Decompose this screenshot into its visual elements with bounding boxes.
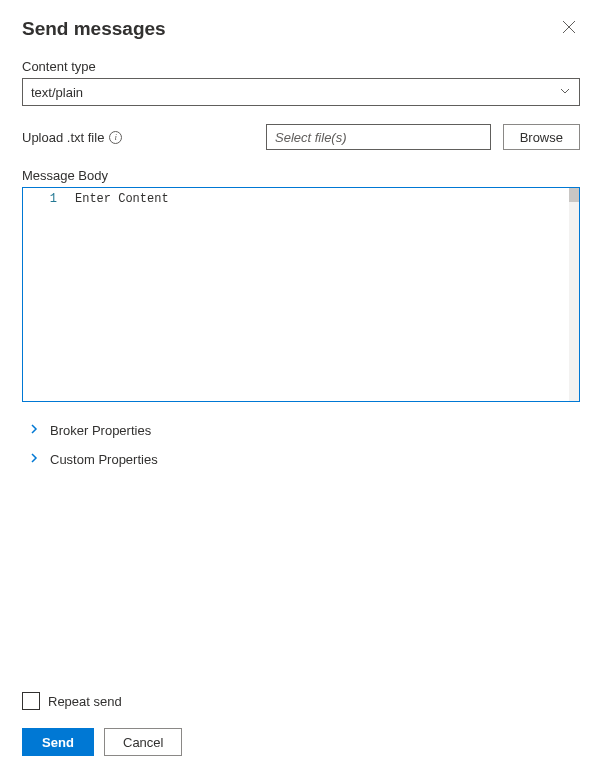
- close-icon[interactable]: [558, 16, 580, 41]
- broker-properties-label: Broker Properties: [50, 423, 151, 438]
- editor-scrollbar[interactable]: [569, 188, 579, 401]
- cancel-button[interactable]: Cancel: [104, 728, 182, 756]
- editor-gutter: 1: [23, 188, 75, 401]
- chevron-down-icon: [559, 85, 571, 100]
- file-select-input[interactable]: [266, 124, 491, 150]
- custom-properties-label: Custom Properties: [50, 452, 158, 467]
- message-body-editor[interactable]: 1 Enter Content: [22, 187, 580, 402]
- content-type-dropdown[interactable]: text/plain: [22, 78, 580, 106]
- broker-properties-expander[interactable]: Broker Properties: [22, 416, 580, 445]
- repeat-send-checkbox[interactable]: [22, 692, 40, 710]
- line-number: 1: [23, 192, 57, 206]
- content-type-value: text/plain: [31, 85, 83, 100]
- info-icon[interactable]: i: [109, 131, 122, 144]
- upload-label: Upload .txt file i: [22, 130, 254, 145]
- scrollbar-thumb[interactable]: [569, 188, 579, 202]
- chevron-right-icon: [28, 423, 40, 438]
- page-title: Send messages: [22, 18, 166, 40]
- custom-properties-expander[interactable]: Custom Properties: [22, 445, 580, 474]
- send-button[interactable]: Send: [22, 728, 94, 756]
- message-body-label: Message Body: [22, 168, 580, 183]
- content-type-label: Content type: [22, 59, 580, 74]
- upload-label-text: Upload .txt file: [22, 130, 104, 145]
- editor-content[interactable]: Enter Content: [75, 188, 579, 401]
- repeat-send-label: Repeat send: [48, 694, 122, 709]
- browse-button[interactable]: Browse: [503, 124, 580, 150]
- chevron-right-icon: [28, 452, 40, 467]
